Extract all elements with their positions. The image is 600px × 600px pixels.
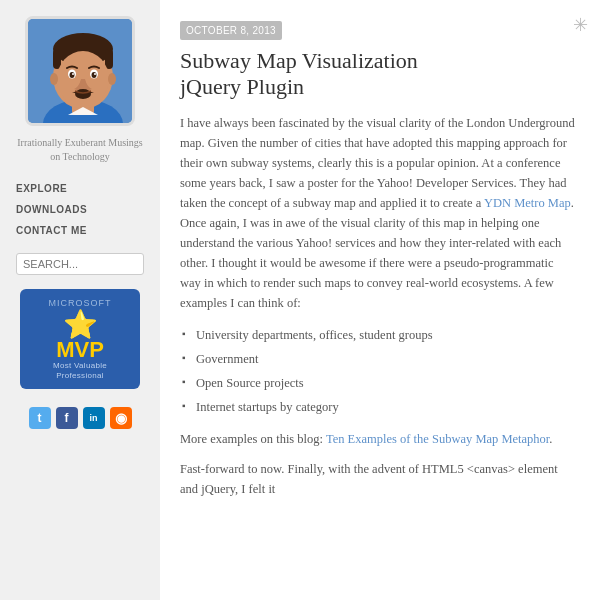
svg-point-11 [92, 72, 97, 78]
avatar-image [28, 19, 132, 123]
sidebar: Irrationally Exuberant Musings on Techno… [0, 0, 160, 600]
sidebar-nav: EXPLORE DOWNLOADS CONTACT ME [16, 178, 144, 241]
nav-contact[interactable]: CONTACT ME [16, 220, 144, 241]
nav-explore[interactable]: EXPLORE [16, 178, 144, 199]
post-body: I have always been fascinated by the vis… [180, 113, 576, 499]
corner-asterisk: ✳ [573, 12, 588, 39]
list-item-3: Open Source projects [180, 371, 576, 395]
social-icons: t f in ◉ [29, 407, 132, 429]
avatar [25, 16, 135, 126]
ydn-link[interactable]: YDN Metro Map [484, 196, 571, 210]
twitter-icon[interactable]: t [29, 407, 51, 429]
post-paragraph-2: More examples on this blog: Ten Examples… [180, 429, 576, 449]
list-item-2: Government [180, 347, 576, 371]
subway-examples-link[interactable]: Ten Examples of the Subway Map Metaphor [326, 432, 549, 446]
svg-point-12 [72, 73, 74, 75]
svg-point-10 [70, 72, 75, 78]
svg-point-16 [108, 73, 116, 85]
main-content: OCTOBER 8, 2013 Subway Map Visualization… [160, 0, 600, 600]
svg-point-13 [94, 73, 96, 75]
mvp-badge: Microsoft ⭐ MVP Most ValuableProfessiona… [20, 289, 140, 389]
svg-point-14 [75, 89, 91, 99]
sidebar-tagline: Irrationally Exuberant Musings on Techno… [16, 136, 144, 164]
svg-rect-5 [53, 49, 61, 69]
linkedin-icon[interactable]: in [83, 407, 105, 429]
search-input[interactable] [16, 253, 144, 275]
post-paragraph-3: Fast-forward to now. Finally, with the a… [180, 459, 576, 499]
facebook-icon[interactable]: f [56, 407, 78, 429]
list-item-1: University departments, offices, student… [180, 323, 576, 347]
svg-point-15 [50, 73, 58, 85]
rss-icon[interactable]: ◉ [110, 407, 132, 429]
nav-downloads[interactable]: DOWNLOADS [16, 199, 144, 220]
post-paragraph-1: I have always been fascinated by the vis… [180, 113, 576, 313]
post-title: Subway Map Visualization jQuery Plugin [180, 48, 576, 101]
mvp-subtitle: Most ValuableProfessional [53, 361, 107, 382]
svg-rect-6 [105, 49, 113, 69]
mvp-main-text: MVP [56, 339, 104, 361]
post-date: OCTOBER 8, 2013 [180, 21, 282, 40]
examples-list: University departments, offices, student… [180, 323, 576, 419]
list-item-4: Internet startups by category [180, 395, 576, 419]
search-box [16, 253, 144, 275]
